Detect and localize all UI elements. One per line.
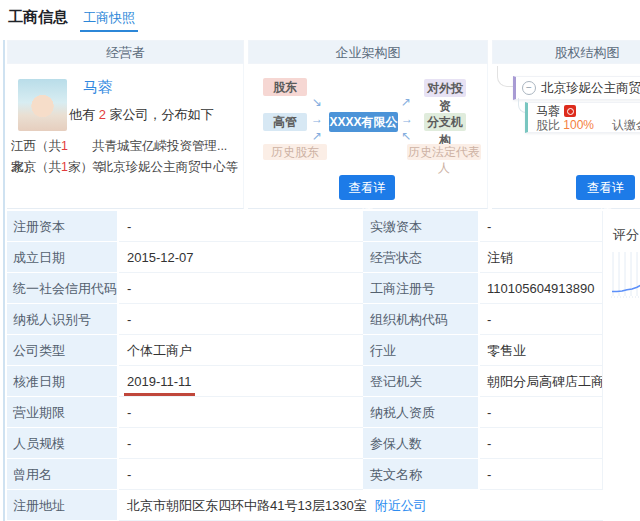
score-panel: 评分 <box>610 211 640 326</box>
arrow-right-icon: → <box>311 113 323 125</box>
node-company[interactable]: XXXX有限公司 <box>329 112 398 132</box>
field-label: 注册地址 <box>7 490 119 521</box>
region-name: 江西（共1家） <box>11 136 92 157</box>
field-value: 北京市朝阳区东四环中路41号13层1330室附近公司 <box>119 490 603 521</box>
business-info-table: 注册资本-实缴资本-成立日期2015-12-07经营状态注销统一社会信用代码-工… <box>7 211 603 521</box>
field-label: 公司类型 <box>7 335 119 366</box>
equity-chart-view-details-button[interactable]: 查看详情 <box>576 175 635 200</box>
field-value: - <box>480 397 603 428</box>
field-value: 110105604913890 <box>480 273 603 304</box>
field-label: 实缴资本 <box>363 211 480 242</box>
field-label: 工商注册号 <box>363 273 480 304</box>
equity-chart-panel: − 北京珍妮公主商贸中心 马蓉 股比 100%认缴金额 查看详情 <box>492 64 640 209</box>
node-branches[interactable]: 分支机构 <box>424 113 466 131</box>
field-label: 成立日期 <box>7 242 119 273</box>
field-label: 纳税人识别号 <box>7 304 119 335</box>
table-row: 公司类型个体工商户行业零售业 <box>7 335 603 366</box>
node-outbound-investment[interactable]: 对外投资 <box>424 79 466 97</box>
collapse-minus-icon[interactable]: − <box>522 81 536 95</box>
region-companies-link[interactable]: 共青城宝亿嵘投资管理...等 <box>92 136 238 157</box>
equity-holder-node[interactable]: 马蓉 股比 100%认缴金额 <box>525 102 640 133</box>
table-row: 注册地址北京市朝阳区东四环中路41号13层1330室附近公司 <box>7 490 603 521</box>
equity-root-node[interactable]: − 北京珍妮公主商贸中心 <box>513 76 640 100</box>
node-history-legal-rep[interactable]: 历史法定代表人 <box>407 144 481 160</box>
region-row: 江西（共1家）共青城宝亿嵘投资管理...等 <box>7 136 243 157</box>
field-label: 纳税人资质 <box>363 397 480 428</box>
field-label: 统一社会信用代码 <box>7 273 119 304</box>
field-label: 曾用名 <box>7 459 119 490</box>
region-row: 北京（共1家）北京珍妮公主商贸中心等 <box>7 157 243 178</box>
region-name: 北京（共1家） <box>11 157 93 178</box>
region-companies-link[interactable]: 北京珍妮公主商贸中心等 <box>101 157 239 178</box>
node-history-shareholders[interactable]: 历史股东 <box>263 144 327 160</box>
holder-red-badge-icon <box>564 105 576 117</box>
arrow-down-right-icon: ↘ <box>312 96 322 108</box>
field-value: 注销 <box>480 242 603 273</box>
operator-name-link[interactable]: 马蓉 <box>83 78 113 97</box>
table-row: 核准日期2019-11-11登记机关朝阳分局高碑店工商所 <box>7 366 603 397</box>
node-shareholders[interactable]: 股东 <box>263 78 307 96</box>
arrow-right-icon: → <box>401 113 413 125</box>
field-value: - <box>119 211 363 242</box>
field-value: 零售业 <box>480 335 603 366</box>
field-value: 个体工商户 <box>119 335 363 366</box>
top-section: 经营者 企业架构图 股权结构图 马蓉 他有 2 家公司，分布如下 江西（共1家）… <box>7 40 640 209</box>
header-operator: 经营者 <box>7 40 244 64</box>
field-label: 人员规模 <box>7 428 119 459</box>
summary-suffix: 家公司，分布如下 <box>106 107 214 122</box>
field-label: 组织机构代码 <box>363 304 480 335</box>
left-accent-strip <box>3 40 5 521</box>
field-label: 参保人数 <box>363 428 480 459</box>
table-row: 成立日期2015-12-07经营状态注销 <box>7 242 603 273</box>
table-row: 统一社会信用代码-工商注册号110105604913890 <box>7 273 603 304</box>
tab-business-snapshot[interactable]: 工商快照 <box>80 8 138 32</box>
field-value: 2015-12-07 <box>119 242 363 273</box>
arrow-up-left-icon: ↖ <box>401 130 411 142</box>
field-value: - <box>480 459 603 490</box>
field-label: 登记机关 <box>363 366 480 397</box>
score-label: 评分 <box>613 226 639 244</box>
org-chart-panel: 股东 高管 历史股东 XXXX有限公司 对外投资 分支机构 历史法定代表人 ↘ … <box>248 64 488 209</box>
operator-regions: 江西（共1家）共青城宝亿嵘投资管理...等北京（共1家）北京珍妮公主商贸中心等 <box>7 136 243 178</box>
field-label: 注册资本 <box>7 211 119 242</box>
operator-summary: 他有 2 家公司，分布如下 <box>69 106 213 124</box>
field-label: 核准日期 <box>7 366 119 397</box>
summary-prefix: 他有 <box>69 107 99 122</box>
node-executives[interactable]: 高管 <box>263 113 307 131</box>
equity-holder-name: 马蓉 <box>536 104 560 118</box>
org-chart-view-details-button[interactable]: 查看详情 <box>339 175 395 200</box>
field-value: 朝阳分局高碑店工商所 <box>480 366 603 397</box>
header-equity-chart: 股权结构图 <box>492 40 640 64</box>
field-label: 营业期限 <box>7 397 119 428</box>
table-row: 曾用名-英文名称- <box>7 459 603 490</box>
field-value: - <box>480 304 603 335</box>
field-label: 经营状态 <box>363 242 480 273</box>
nearby-companies-link[interactable]: 附近公司 <box>375 498 427 513</box>
ratio-value: 100% <box>563 118 594 132</box>
arrow-up-right-icon: ↗ <box>312 130 322 142</box>
field-value: - <box>119 428 363 459</box>
field-value: - <box>480 428 603 459</box>
page-title: 工商信息 <box>8 8 68 27</box>
field-label: 行业 <box>363 335 480 366</box>
operator-panel: 马蓉 他有 2 家公司，分布如下 江西（共1家）共青城宝亿嵘投资管理...等北京… <box>7 64 244 209</box>
field-value: - <box>119 304 363 335</box>
amount-label: 认缴金额 <box>612 118 640 132</box>
field-value: - <box>119 397 363 428</box>
score-sparkline-chart <box>611 250 640 302</box>
field-value: - <box>480 211 603 242</box>
field-label: 英文名称 <box>363 459 480 490</box>
field-value: - <box>119 459 363 490</box>
title-bar: 工商信息 工商快照 <box>8 8 138 32</box>
tree-connector <box>497 66 514 87</box>
table-row: 营业期限-纳税人资质- <box>7 397 603 428</box>
arrow-up-right-icon: ↗ <box>401 96 411 108</box>
table-row: 人员规模-参保人数- <box>7 428 603 459</box>
operator-photo <box>18 79 67 131</box>
field-value: - <box>119 273 363 304</box>
ratio-label: 股比 <box>536 118 563 132</box>
field-value: 2019-11-11 <box>119 366 363 397</box>
header-org-chart: 企业架构图 <box>248 40 488 64</box>
company-count: 2 <box>99 107 106 122</box>
table-row: 注册资本-实缴资本- <box>7 211 603 242</box>
